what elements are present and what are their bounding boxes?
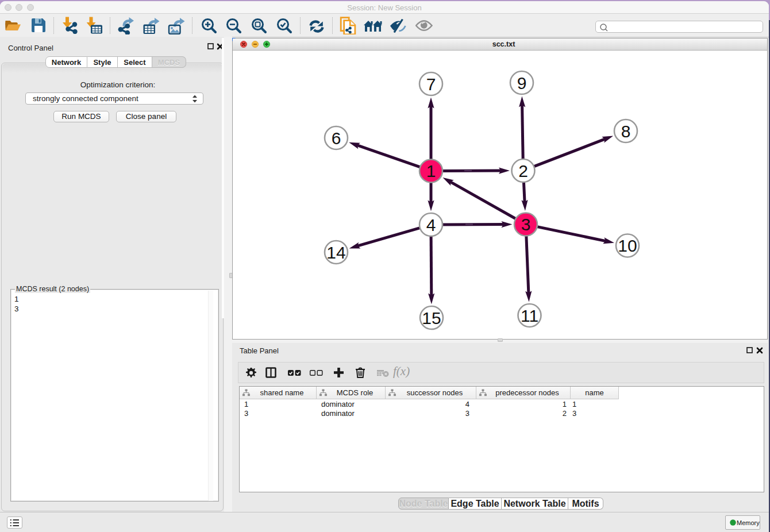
svg-text:9: 9 [517, 74, 527, 92]
svg-text:1: 1 [426, 161, 436, 180]
svg-text:8: 8 [621, 122, 631, 141]
svg-text:11: 11 [521, 306, 538, 325]
svg-text:10: 10 [618, 236, 637, 255]
svg-text:2: 2 [518, 161, 528, 180]
svg-text:3: 3 [521, 215, 531, 234]
svg-text:15: 15 [422, 309, 441, 327]
svg-text:7: 7 [426, 75, 436, 94]
svg-text:4: 4 [426, 215, 436, 234]
svg-text:6: 6 [332, 129, 341, 148]
svg-text:14: 14 [326, 243, 345, 262]
